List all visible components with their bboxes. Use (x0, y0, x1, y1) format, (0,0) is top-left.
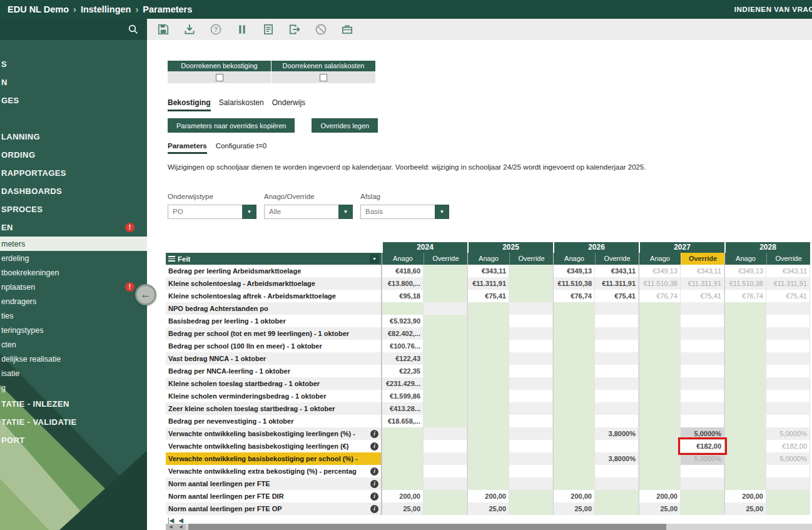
value-cell[interactable] (424, 365, 467, 377)
value-cell[interactable] (424, 265, 467, 277)
horizontal-scrollbar[interactable]: ◀ ◀ (166, 524, 812, 530)
value-cell[interactable] (724, 302, 766, 315)
sidebar-item[interactable]: RAPPORTAGES (0, 164, 147, 182)
value-cell[interactable] (724, 477, 766, 490)
value-cell[interactable] (553, 340, 595, 352)
value-cell[interactable]: €349,13 (553, 265, 595, 277)
value-cell[interactable] (639, 427, 681, 440)
value-cell[interactable]: €349,13 (639, 265, 681, 277)
value-cell[interactable] (424, 402, 467, 415)
value-cell[interactable]: 5,0000% (766, 427, 810, 440)
dropdown-arrow-icon[interactable]: ▼ (338, 205, 353, 219)
value-cell[interactable] (724, 427, 766, 440)
value-cell[interactable] (424, 490, 467, 502)
sidebar-item[interactable]: endragers (0, 294, 147, 308)
sidebar-item[interactable]: erdeling (0, 251, 147, 265)
feit-column-header[interactable]: Feit ▼ (166, 253, 382, 265)
value-cell[interactable] (467, 327, 509, 340)
value-cell[interactable]: 200,00 (724, 490, 766, 502)
value-cell[interactable] (595, 465, 639, 477)
value-cell[interactable] (766, 302, 810, 315)
value-cell[interactable] (595, 340, 639, 352)
info-icon[interactable]: i (370, 505, 378, 513)
value-cell[interactable]: 5,0000% (681, 427, 724, 440)
value-cell[interactable] (724, 390, 766, 402)
value-cell[interactable]: €76,74 (553, 290, 595, 302)
sidebar-item[interactable]: teringstypes (0, 323, 147, 337)
sidebar-item[interactable]: meters (0, 237, 147, 251)
search-icon[interactable] (128, 24, 139, 35)
value-cell[interactable] (681, 490, 724, 502)
value-cell[interactable]: €82.402,... (382, 327, 424, 340)
value-cell[interactable] (382, 465, 424, 477)
value-cell[interactable] (595, 415, 639, 427)
sidebar-item[interactable]: TATIE - INLEZEN (0, 395, 147, 413)
value-cell[interactable]: 5,0000% (766, 452, 810, 465)
value-cell[interactable]: €343,11 (595, 265, 639, 277)
value-cell[interactable] (467, 365, 509, 377)
value-cell[interactable] (766, 465, 810, 477)
feit-dropdown-arrow-icon[interactable]: ▼ (370, 254, 379, 263)
value-cell[interactable] (766, 490, 810, 502)
value-cell[interactable] (553, 390, 595, 402)
value-cell[interactable] (639, 365, 681, 377)
action-button[interactable]: Parameters naar overrides kopiëren (168, 118, 295, 133)
breadcrumb-item[interactable]: Parameters (143, 4, 192, 14)
value-cell[interactable] (509, 415, 553, 427)
value-cell[interactable]: 200,00 (467, 490, 509, 502)
value-cell[interactable] (639, 327, 681, 340)
value-cell[interactable]: €76,74 (639, 290, 681, 302)
value-cell[interactable] (509, 290, 553, 302)
value-cell[interactable] (639, 302, 681, 315)
value-cell[interactable]: €11.510,38 (553, 277, 595, 290)
value-cell[interactable]: €182,00 (681, 440, 724, 452)
subtab-parameters[interactable]: Parameters (168, 142, 207, 154)
sidebar-item[interactable]: S (0, 55, 147, 73)
info-icon[interactable]: i (370, 467, 378, 476)
value-cell[interactable] (766, 377, 810, 390)
value-cell[interactable]: €11.311,91 (766, 277, 810, 290)
value-cell[interactable] (424, 377, 467, 390)
sidebar-item[interactable]: TATIE - VALIDATIE (0, 413, 147, 431)
value-cell[interactable] (424, 390, 467, 402)
value-cell[interactable] (724, 365, 766, 377)
tab-salariskosten[interactable]: Salariskosten (219, 98, 264, 111)
checkbox[interactable] (216, 74, 223, 81)
dropdown-value[interactable]: Basis (360, 205, 435, 219)
sidebar-item[interactable]: ties (0, 308, 147, 323)
value-cell[interactable] (509, 427, 553, 440)
value-cell[interactable] (424, 477, 467, 490)
value-cell[interactable] (424, 502, 467, 515)
value-cell[interactable] (382, 477, 424, 490)
value-cell[interactable] (724, 315, 766, 327)
value-cell[interactable]: €413.28... (382, 402, 424, 415)
value-cell[interactable] (766, 365, 810, 377)
value-cell[interactable] (724, 452, 766, 465)
value-cell[interactable] (681, 377, 724, 390)
value-cell[interactable] (639, 477, 681, 490)
sidebar-item[interactable]: SPROCES (0, 200, 147, 218)
value-cell[interactable] (639, 352, 681, 365)
value-cell[interactable] (424, 327, 467, 340)
value-cell[interactable] (639, 465, 681, 477)
value-cell[interactable] (595, 315, 639, 327)
value-cell[interactable] (766, 340, 810, 352)
dropdown[interactable]: PO▼ (168, 205, 256, 219)
export-icon[interactable] (288, 23, 301, 36)
value-cell[interactable] (509, 277, 553, 290)
value-cell[interactable] (681, 365, 724, 377)
archive-icon[interactable] (341, 23, 353, 36)
value-cell[interactable] (595, 377, 639, 390)
value-cell[interactable] (724, 415, 766, 427)
value-cell[interactable] (553, 440, 595, 452)
value-cell[interactable] (424, 440, 467, 452)
value-cell[interactable] (595, 477, 639, 490)
dropdown-value[interactable]: Alle (264, 205, 338, 219)
dropdown-arrow-icon[interactable]: ▼ (435, 205, 449, 219)
value-cell[interactable] (639, 377, 681, 390)
sidebar-item[interactable]: ORDING (0, 146, 147, 164)
value-cell[interactable] (467, 477, 509, 490)
value-cell[interactable] (553, 302, 595, 315)
value-cell[interactable]: €75,41 (681, 290, 724, 302)
prev-page-icon[interactable]: ◀ (178, 517, 183, 524)
